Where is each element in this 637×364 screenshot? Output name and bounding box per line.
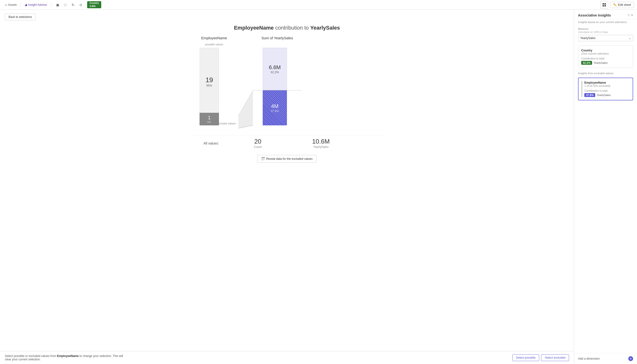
- excluded-contribution-row: 37.8% YearlySales: [584, 93, 630, 97]
- edit-sheet-label: Edit sheet: [618, 3, 631, 6]
- bottom-text-prefix: Select possible or excluded values from: [5, 354, 56, 358]
- employee-bar-wrapper: possible values 19 95% 1 5% excluded val…: [190, 43, 238, 130]
- bottom-bar: Select possible or excluded values from …: [0, 351, 574, 364]
- add-dimension-icon: +: [628, 356, 633, 361]
- measure-section: Measure Calculated on 100% of data Yearl…: [574, 25, 637, 44]
- grid-icon: [602, 3, 606, 7]
- insight-card-bar: [581, 81, 582, 97]
- zoom-fit-btn[interactable]: ▣: [54, 2, 61, 8]
- yearly-sales-col: Sum of YearlySales 6.6M 62.2%: [253, 36, 301, 130]
- topbar-right: ✏️ Edit sheet: [600, 1, 634, 9]
- table-icon: [261, 157, 265, 160]
- insight-card-inner: EmployeeName 1 of 20 (5% excluded) Contr…: [581, 81, 630, 97]
- all-values-label: All values:: [190, 142, 219, 145]
- possible-bar: 19 95%: [200, 48, 219, 116]
- chart-container: EmployeeName possible values 19 95% 1 5%…: [0, 36, 574, 351]
- main-layout: Back to selections EmployeeName contribu…: [0, 10, 637, 364]
- select-possible-btn[interactable]: Select possible: [512, 354, 539, 361]
- employee-col-header: EmployeeName: [201, 36, 227, 40]
- sum-bar-wrapper: 6.6M 62.2% 4M 37.8%: [253, 43, 301, 130]
- chart-title-measure: YearlySales: [310, 25, 340, 31]
- chevron-down-icon: ⌄: [628, 36, 631, 40]
- svg-rect-12: [263, 157, 263, 160]
- country-filter-tag[interactable]: Country CAN: [87, 1, 101, 8]
- measure-select[interactable]: YearlySales ⌄: [578, 35, 633, 41]
- insight-advisor-btn[interactable]: ◕ Insight Advisor: [23, 2, 49, 8]
- bottom-bar-buttons: Select possible Select excluded: [512, 354, 569, 361]
- right-panel: Associative insights ? × Insights based …: [574, 10, 637, 364]
- add-dimension-label: Add a dimension: [578, 357, 600, 360]
- measure-select-value: YearlySales: [580, 36, 595, 40]
- add-dimension-row[interactable]: Add a dimension +: [574, 353, 637, 364]
- assets-btn[interactable]: ▱ Assets: [3, 2, 19, 8]
- employee-insight-card[interactable]: EmployeeName 1 of 20 (5% excluded) Contr…: [578, 78, 633, 100]
- back-to-selections-btn[interactable]: Back to selections: [5, 14, 36, 20]
- topbar-divider: [21, 2, 21, 7]
- excluded-field-sub: 1 of 20 (5% excluded): [584, 84, 630, 87]
- svg-rect-13: [264, 157, 264, 160]
- svg-rect-0: [602, 3, 604, 4]
- svg-rect-3: [604, 5, 606, 6]
- sum-excluded-value: 4M: [271, 103, 279, 109]
- all-count-item: 20 Count: [233, 138, 282, 149]
- toolbar-icons: ▣ □ ↻ ⊙: [54, 2, 84, 8]
- excluded-pct-badge: 37.8%: [584, 93, 595, 97]
- possible-values-label: possible values: [205, 43, 223, 46]
- panel-header: Associative insights ? ×: [574, 10, 637, 19]
- back-btn-row: Back to selections: [0, 10, 574, 22]
- all-sum-item: 10.6M YearlySales: [297, 138, 345, 149]
- connector-svg: [238, 48, 253, 130]
- country-tag-value: CAN: [90, 4, 99, 8]
- chart-columns: EmployeeName possible values 19 95% 1 5%…: [190, 36, 384, 130]
- country-pct-badge: 62.2%: [581, 61, 592, 65]
- select-excluded-btn[interactable]: Select excluded: [541, 354, 569, 361]
- panel-title: Associative insights: [578, 13, 611, 17]
- assets-label: Assets: [8, 3, 17, 6]
- bottom-field-name: EmployeeName: [57, 354, 79, 358]
- sum-possible-value: 6.6M: [269, 64, 281, 70]
- topbar-divider2: [51, 2, 51, 7]
- possible-count: 19: [205, 76, 213, 84]
- excluded-pct: 5%: [207, 120, 211, 124]
- insight-icon: ◕: [25, 3, 27, 6]
- country-measure-label: YearlySales: [593, 61, 608, 64]
- excluded-measure-label: YearlySales: [597, 94, 611, 96]
- sum-excluded-pct: 37.8%: [271, 109, 279, 113]
- chart-title: EmployeeName contribution to YearlySales: [0, 25, 574, 31]
- settings-btn[interactable]: ⊙: [78, 2, 84, 8]
- measure-label: Measure: [578, 28, 633, 30]
- main-area: Back to selections EmployeeName contribu…: [0, 10, 574, 364]
- grid-view-btn[interactable]: [600, 1, 608, 9]
- bottom-bar-text: Select possible or excluded values from …: [5, 354, 126, 361]
- svg-rect-8: [261, 158, 265, 158]
- country-contribution-label: Contribution to total: [581, 57, 630, 60]
- panel-help-icon[interactable]: ?: [627, 14, 629, 17]
- chart-title-connector: contribution to: [275, 25, 309, 31]
- svg-rect-11: [261, 157, 262, 160]
- panel-close-btn[interactable]: ×: [631, 13, 633, 18]
- excluded-count: 1: [208, 115, 210, 120]
- svg-rect-2: [602, 5, 604, 6]
- rotate-btn[interactable]: ↻: [70, 2, 77, 8]
- svg-marker-4: [238, 90, 253, 128]
- insight-card-content: EmployeeName 1 of 20 (5% excluded) Contr…: [584, 81, 630, 97]
- excluded-contribution-label: Contribution to total: [584, 89, 630, 92]
- employee-col: EmployeeName possible values 19 95% 1 5%…: [190, 36, 238, 130]
- topbar: ▱ Assets ◕ Insight Advisor ▣ □ ↻ ⊙ Count…: [0, 0, 637, 10]
- country-tag-label: Country: [90, 2, 99, 4]
- chart-title-field: EmployeeName: [234, 25, 274, 31]
- country-contribution-row: 62.2% YearlySales: [581, 61, 630, 65]
- dashed-connector: [253, 90, 301, 90]
- possible-pct: 95%: [206, 84, 212, 87]
- all-count-value: 20: [254, 138, 261, 145]
- excluded-field-title: EmployeeName: [584, 81, 630, 84]
- sum-possible-bar: 6.6M 62.2%: [263, 48, 287, 90]
- country-field-sub: (Your current selection): [581, 52, 630, 55]
- excluded-bar: 1 5%: [200, 113, 219, 126]
- svg-rect-1: [604, 3, 606, 4]
- reveal-excluded-btn[interactable]: Reveal data for the excluded values: [257, 155, 317, 163]
- all-sum-label: YearlySales: [313, 145, 329, 149]
- zoom-full-btn[interactable]: □: [62, 2, 69, 8]
- edit-sheet-btn[interactable]: ✏️ Edit sheet: [610, 2, 634, 8]
- panel-subtitle: Insights based on your current selection…: [574, 19, 637, 25]
